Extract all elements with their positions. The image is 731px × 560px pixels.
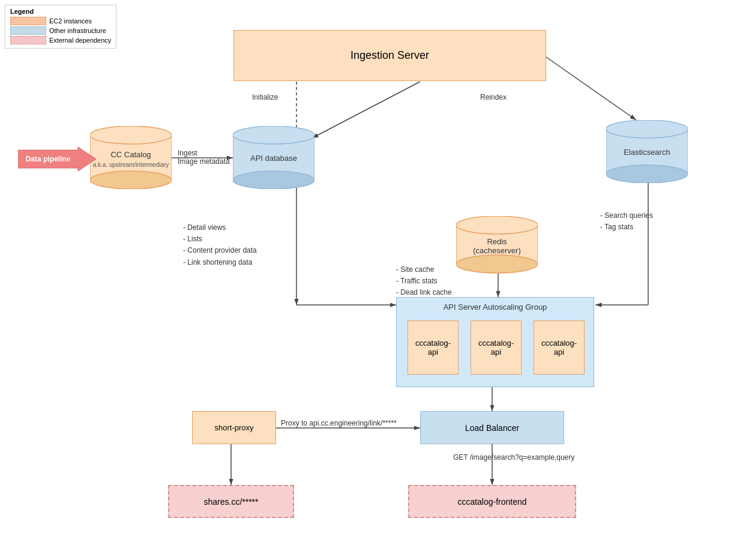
ingest-label: Ingest	[178, 149, 197, 157]
cccatalog-api-label-1: cccatalog- api	[415, 339, 451, 357]
initialize-label: Initialize	[252, 93, 278, 101]
legend-label-ec2: EC2 instances	[49, 17, 92, 25]
redis-svg: Redis (cacheserver)	[456, 216, 538, 276]
elasticsearch-svg: Elasticsearch	[606, 120, 688, 183]
cccatalog-api-box-3: cccatalog- api	[534, 321, 585, 375]
reindex-label: Reindex	[480, 93, 507, 101]
redis-cylinder: Redis (cacheserver)	[456, 216, 538, 276]
svg-text:(cacheserver): (cacheserver)	[473, 246, 520, 255]
legend: Legend EC2 instances Other infrastructur…	[5, 5, 116, 49]
svg-point-22	[233, 126, 314, 144]
cccatalog-api-label-2: cccatalog- api	[478, 339, 514, 357]
cccatalog-api-label-3: cccatalog- api	[541, 339, 577, 357]
redis-cache-label: - Site cache - Traffic stats - Dead link…	[396, 264, 452, 299]
svg-text:Elasticsearch: Elasticsearch	[624, 148, 670, 157]
svg-text:API database: API database	[250, 154, 297, 163]
autoscaling-group-label: API Server Autoscaling Group	[397, 303, 594, 312]
legend-item-ec2: EC2 instances	[10, 17, 111, 25]
data-pipeline-arrow-svg: Data pipeline	[18, 144, 96, 174]
legend-item-other: Other infrastructure	[10, 26, 111, 35]
svg-text:CC Catalog: CC Catalog	[110, 150, 151, 159]
legend-color-ec2	[10, 17, 46, 25]
legend-color-external	[10, 36, 46, 44]
svg-point-26	[606, 120, 688, 138]
svg-text:Data pipeline: Data pipeline	[26, 155, 71, 163]
legend-label-external: External dependency	[49, 37, 111, 44]
cccatalog-api-box-1: cccatalog- api	[408, 321, 459, 375]
svg-text:a.k.a. upstream/intermediary: a.k.a. upstream/intermediary	[93, 161, 169, 168]
api-database-cylinder: API database	[233, 126, 314, 189]
load-balancer-label: Load Balancer	[465, 423, 519, 433]
svg-point-18	[90, 171, 172, 189]
svg-point-31	[456, 255, 538, 273]
svg-point-23	[233, 171, 314, 189]
svg-text:Redis: Redis	[487, 237, 507, 246]
svg-point-17	[90, 126, 172, 144]
legend-item-external: External dependency	[10, 36, 111, 44]
data-pipeline-container: Data pipeline	[18, 144, 96, 174]
short-proxy-box: short-proxy	[192, 411, 276, 444]
proxy-label: Proxy to api.cc.engineering/link/*****	[281, 419, 397, 427]
svg-line-6	[312, 82, 420, 138]
cc-catalog-svg: CC Catalog a.k.a. upstream/intermediary	[90, 126, 172, 189]
load-balancer-box: Load Balancer	[420, 411, 564, 444]
svg-line-5	[546, 57, 636, 120]
cc-catalog-cylinder: CC Catalog a.k.a. upstream/intermediary	[90, 126, 172, 189]
api-db-details-label: - Detail views - Lists - Content provide…	[183, 222, 257, 268]
short-proxy-label: short-proxy	[214, 423, 253, 432]
shares-cc-label: shares.cc/*****	[203, 497, 258, 507]
shares-cc-box: shares.cc/*****	[168, 485, 294, 518]
legend-color-other	[10, 26, 46, 35]
svg-point-30	[456, 216, 538, 234]
legend-title: Legend	[10, 8, 111, 15]
autoscaling-group-box: API Server Autoscaling Group cccatalog- …	[396, 297, 594, 387]
elasticsearch-cylinder: Elasticsearch	[606, 120, 688, 183]
api-database-svg: API database	[233, 126, 314, 189]
ingestion-server-label: Ingestion Server	[350, 49, 429, 62]
search-queries-label: - Search queries - Tag stats	[600, 210, 653, 233]
image-metadata-label: Image metadata	[178, 157, 230, 166]
arrows-layer	[0, 0, 731, 560]
svg-point-27	[606, 165, 688, 183]
cccatalog-frontend-box: cccatalog-frontend	[408, 485, 576, 518]
cccatalog-api-box-2: cccatalog- api	[471, 321, 522, 375]
legend-label-other: Other infrastructure	[49, 27, 106, 34]
get-label: GET /image/search?q=example,query	[453, 453, 574, 462]
ingestion-server-box: Ingestion Server	[233, 30, 546, 81]
cccatalog-frontend-label: cccatalog-frontend	[457, 497, 526, 507]
